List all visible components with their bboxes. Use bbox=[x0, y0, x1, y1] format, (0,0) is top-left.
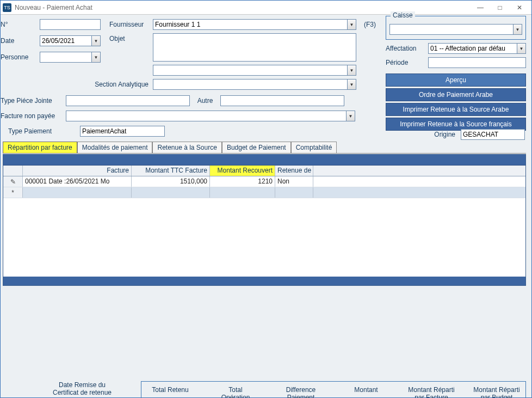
table-row[interactable]: ✎ 000001 Date :26/05/2021 Mo 1510,000 12… bbox=[3, 176, 525, 187]
cell-retenue[interactable]: Non bbox=[275, 176, 313, 187]
label-caisse: Caisse bbox=[391, 11, 415, 19]
cell-recouvert[interactable]: 1210 bbox=[210, 176, 275, 187]
label-section: Section Analytique bbox=[82, 81, 153, 88]
cell-ttc[interactable]: 1510,000 bbox=[132, 176, 210, 187]
secondary-select[interactable] bbox=[153, 65, 356, 76]
col-montant-recouvert[interactable]: Montant Recouvert bbox=[210, 166, 275, 176]
tab-retenue-source[interactable]: Retenue à la Source bbox=[152, 142, 221, 153]
label-origine: Origine bbox=[423, 131, 455, 138]
label-type-paiement: Type Paiement bbox=[8, 127, 80, 135]
label-type-pj: Type Piéce Jointe bbox=[1, 97, 66, 105]
facture-non-payee-select[interactable] bbox=[66, 111, 355, 121]
no-input[interactable] bbox=[40, 19, 101, 30]
label-rep-fact-1: Montant Réparti bbox=[407, 386, 456, 394]
tab-budget-paiement[interactable]: Budget de Paiement bbox=[222, 142, 291, 153]
col-facture[interactable]: Facture bbox=[23, 166, 132, 176]
ordre-arabe-button[interactable]: Ordre de Paiement Arabe bbox=[386, 88, 526, 101]
label-objet: Objet bbox=[109, 33, 153, 42]
app-icon: TS bbox=[3, 3, 11, 12]
label-f3: (F3) bbox=[364, 21, 376, 28]
label-autre: Autre bbox=[190, 97, 220, 105]
label-diff-1: Difference bbox=[276, 386, 325, 394]
label-no: N° bbox=[1, 21, 40, 28]
row-edit-icon: ✎ bbox=[3, 176, 23, 187]
summary-box: Total Retenu 0 + Total Opération 1 510 +… bbox=[141, 381, 526, 398]
table-new-row[interactable]: * bbox=[3, 187, 525, 198]
label-affectation: Affectation bbox=[386, 45, 428, 52]
fournisseur-select[interactable] bbox=[153, 19, 356, 30]
tabs: Répartition par facture Modalités de pai… bbox=[3, 141, 337, 152]
date-input[interactable] bbox=[40, 35, 101, 46]
affectation-select[interactable] bbox=[428, 43, 526, 54]
col-montant-ttc[interactable]: Montant TTC Facture bbox=[132, 166, 210, 176]
label-rep-bud-2: par Budget bbox=[472, 394, 521, 398]
label-personne: Personne bbox=[1, 53, 40, 61]
new-row-icon: * bbox=[3, 187, 23, 198]
section-select[interactable] bbox=[153, 79, 356, 90]
tab-repartition-facture[interactable]: Répartition par facture bbox=[3, 142, 77, 153]
label-rep-fact-2: par Facture bbox=[407, 394, 456, 398]
retenue-arabe-button[interactable]: Imprimer Retenue à la Source Arabe bbox=[386, 103, 526, 116]
origine-input[interactable] bbox=[461, 129, 525, 140]
cell-facture[interactable]: 000001 Date :26/05/2021 Mo bbox=[23, 176, 132, 187]
type-paiement-input[interactable] bbox=[80, 126, 165, 137]
maximize-button[interactable]: □ bbox=[490, 1, 510, 14]
label-cert-2: Certificat de retenue bbox=[44, 389, 120, 396]
window-title: Nouveau - Paiement Achat bbox=[15, 4, 92, 11]
label-diff-2: Paiement bbox=[276, 394, 325, 398]
minimize-button[interactable]: — bbox=[471, 1, 490, 14]
grid-header: Facture Montant TTC Facture Montant Reco… bbox=[3, 166, 525, 176]
tab-comptabilite[interactable]: Comptabilité bbox=[291, 142, 337, 153]
caisse-fieldset: Caisse bbox=[386, 16, 526, 40]
autre-input[interactable] bbox=[220, 95, 344, 106]
label-periode: Période bbox=[386, 59, 428, 66]
personne-select[interactable] bbox=[40, 52, 101, 63]
col-retenue[interactable]: Retenue de bbox=[275, 166, 313, 176]
label-facture-non-payee: Facture non payée bbox=[1, 112, 66, 120]
label-rep-bud-1: Montant Réparti bbox=[472, 386, 521, 394]
label-montant: Montant bbox=[342, 386, 391, 394]
facture-grid[interactable]: Facture Montant TTC Facture Montant Reco… bbox=[3, 154, 526, 286]
tab-modalites-paiement[interactable]: Modalités de paiement bbox=[77, 142, 153, 153]
caisse-select[interactable] bbox=[389, 24, 522, 35]
label-total-op-1: Total bbox=[211, 386, 260, 394]
titlebar[interactable]: TS Nouveau - Paiement Achat — □ ✕ bbox=[1, 1, 531, 15]
window-paiement-achat: TS Nouveau - Paiement Achat — □ ✕ N° Dat… bbox=[0, 0, 532, 398]
label-total-retenu: Total Retenu bbox=[146, 386, 195, 394]
apercu-button[interactable]: Aperçu bbox=[386, 74, 526, 87]
label-date: Date bbox=[1, 37, 40, 45]
periode-input[interactable] bbox=[428, 57, 526, 68]
label-cert-1: Date Remise du bbox=[44, 381, 120, 389]
close-button[interactable]: ✕ bbox=[510, 1, 529, 14]
label-fournisseur: Fournisseur bbox=[109, 21, 153, 28]
type-pj-input[interactable] bbox=[66, 95, 190, 106]
objet-textarea[interactable] bbox=[153, 33, 356, 62]
label-total-op-2: Opération bbox=[211, 394, 260, 398]
